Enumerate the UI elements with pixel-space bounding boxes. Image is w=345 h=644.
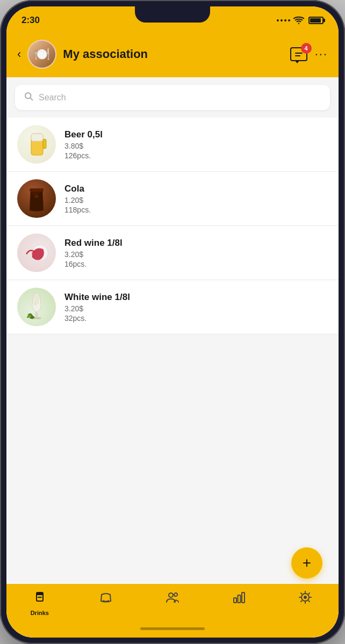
battery-fill xyxy=(310,18,321,23)
search-container: Search xyxy=(6,77,339,118)
notch xyxy=(135,6,210,23)
item-price: 3.80$ xyxy=(64,142,328,150)
svg-point-7 xyxy=(34,195,39,198)
drinks-label: Drinks xyxy=(31,610,49,616)
signal-dots xyxy=(277,19,290,21)
svg-point-11 xyxy=(33,302,36,306)
message-lines xyxy=(295,53,303,56)
settings-icon xyxy=(298,590,312,608)
more-options-button[interactable]: ··· xyxy=(315,47,328,61)
item-info-whitewine: White wine 1/8l 3.20$ 32pcs. xyxy=(64,292,328,323)
search-placeholder: Search xyxy=(39,93,66,103)
svg-rect-4 xyxy=(31,134,43,141)
svg-rect-9 xyxy=(35,312,38,318)
list-item[interactable]: Cola 1.20$ 118pcs. xyxy=(6,172,339,226)
item-name: Red wine 1/8l xyxy=(64,238,328,248)
search-icon xyxy=(24,91,33,104)
status-icons xyxy=(277,16,324,26)
item-qty: 32pcs. xyxy=(64,314,328,323)
list-item[interactable]: White wine 1/8l 3.20$ 32pcs. xyxy=(6,280,339,334)
item-image-cola xyxy=(17,179,56,218)
header-actions: 4 ··· xyxy=(290,47,328,61)
svg-rect-18 xyxy=(238,595,240,603)
msg-line-1 xyxy=(295,53,303,54)
item-info-beer: Beer 0,5l 3.80$ 126pcs. xyxy=(64,129,328,160)
item-name: Cola xyxy=(64,184,328,194)
svg-rect-14 xyxy=(38,597,42,598)
item-info-redwine: Red wine 1/8l 3.20$ 16pcs. xyxy=(64,238,328,268)
wifi-icon xyxy=(293,16,304,26)
svg-point-21 xyxy=(304,596,307,599)
nav-item-members[interactable] xyxy=(156,590,189,608)
item-name: White wine 1/8l xyxy=(64,292,328,303)
members-icon xyxy=(166,590,179,608)
content-area: Search Beer 0,5l 3.80$ xyxy=(6,77,339,589)
battery-icon xyxy=(308,17,324,24)
item-price: 3.20$ xyxy=(64,304,328,313)
svg-rect-17 xyxy=(234,598,236,603)
dot3 xyxy=(284,19,286,21)
svg-rect-5 xyxy=(43,139,46,149)
phone-screen: 2:30 xyxy=(6,6,339,638)
item-image-beer xyxy=(17,125,56,164)
svg-point-16 xyxy=(174,593,177,596)
item-info-cola: Cola 1.20$ 118pcs. xyxy=(64,184,328,214)
list-item[interactable]: Beer 0,5l 3.80$ 126pcs. xyxy=(6,118,339,172)
list-item[interactable]: Red wine 1/8l 3.20$ 16pcs. xyxy=(6,226,339,280)
svg-line-2 xyxy=(30,98,32,100)
avatar-image xyxy=(28,41,55,68)
dot2 xyxy=(281,19,283,21)
drinks-icon xyxy=(33,590,47,608)
avatar[interactable] xyxy=(27,40,56,69)
app-header: ‹ My association 4 ··· xyxy=(6,34,339,77)
svg-rect-13 xyxy=(37,592,43,595)
nav-item-settings[interactable] xyxy=(289,590,321,608)
item-qty: 118pcs. xyxy=(64,206,328,214)
dot1 xyxy=(277,19,279,21)
item-price: 3.20$ xyxy=(64,250,328,259)
item-qty: 126pcs. xyxy=(64,151,328,160)
dot4 xyxy=(288,19,290,21)
item-image-redwine xyxy=(17,233,56,272)
item-image-whitewine xyxy=(17,288,56,326)
page-title: My association xyxy=(63,47,283,61)
nav-item-food[interactable] xyxy=(90,590,122,608)
phone-frame: 2:30 xyxy=(0,0,345,644)
messages-button[interactable]: 4 xyxy=(290,47,307,61)
status-time: 2:30 xyxy=(21,15,40,26)
nav-item-stats[interactable] xyxy=(223,590,255,608)
nav-item-drinks[interactable]: Drinks xyxy=(24,590,56,616)
svg-rect-6 xyxy=(30,188,44,192)
svg-point-0 xyxy=(298,23,300,24)
item-price: 1.20$ xyxy=(64,196,328,204)
back-button[interactable]: ‹ xyxy=(17,47,21,61)
food-icon xyxy=(99,590,113,608)
item-list: Beer 0,5l 3.80$ 126pcs. xyxy=(6,118,339,334)
search-box[interactable]: Search xyxy=(15,85,330,110)
item-qty: 16pcs. xyxy=(64,260,328,268)
notification-badge: 4 xyxy=(301,43,312,54)
svg-rect-19 xyxy=(242,592,245,603)
item-name: Beer 0,5l xyxy=(64,129,328,140)
add-button[interactable]: + xyxy=(291,547,322,579)
stats-icon xyxy=(232,590,246,608)
svg-point-15 xyxy=(169,593,173,597)
home-indicator xyxy=(140,627,205,630)
msg-line-2 xyxy=(295,55,300,56)
